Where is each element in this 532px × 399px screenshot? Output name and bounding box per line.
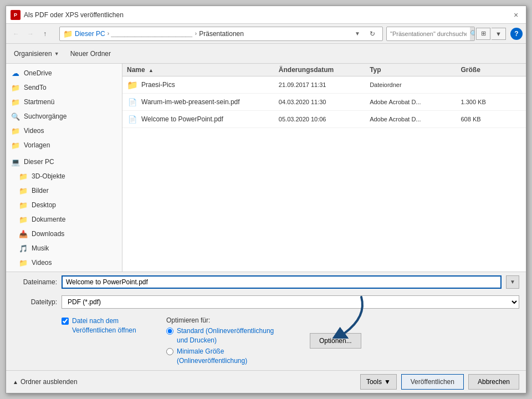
action-bar: Organisieren ▼ Neuer Ordner: [6, 44, 526, 64]
checkbox-group: Datei nach dem Veröffentlichen öffnen: [62, 316, 144, 335]
main-content: ☁ OneDrive 📁 SendTo 📁 Startmenü 🔍 Suchvo…: [6, 64, 526, 272]
help-button[interactable]: ?: [510, 28, 523, 40]
sidebar-item-videos1[interactable]: 📁 Videos: [6, 124, 122, 138]
organize-button[interactable]: Organisieren ▼: [11, 48, 63, 59]
cancel-button[interactable]: Abbrechen: [468, 374, 519, 390]
sidebar-item-bilder[interactable]: 📁 Bilder: [6, 183, 122, 198]
back-button[interactable]: ←: [9, 27, 23, 40]
sidebar-label-sendto: SendTo: [24, 84, 117, 91]
sidebar-label-dieser-pc: Dieser PC: [24, 158, 117, 166]
sidebar: ☁ OneDrive 📁 SendTo 📁 Startmenü 🔍 Suchvo…: [6, 64, 122, 272]
bilder-icon: 📁: [18, 186, 28, 196]
table-row[interactable]: 📄 Welcome to PowerPoint.pdf 05.03.2020 1…: [122, 111, 526, 128]
vorlagen-icon: 📁: [11, 140, 21, 150]
sidebar-item-startmenu[interactable]: 📁 Startmenü: [6, 95, 122, 109]
tools-label: Tools: [366, 378, 382, 386]
searches-icon: 🔍: [11, 111, 21, 121]
close-button[interactable]: ×: [510, 9, 521, 21]
new-folder-button[interactable]: Neuer Ordner: [67, 48, 114, 59]
sidebar-item-3d[interactable]: 📁 3D-Objekte: [6, 169, 122, 183]
breadcrumb-dieser-pc[interactable]: Dieser PC: [75, 30, 105, 38]
col-header-date[interactable]: Änderungsdatum: [279, 66, 370, 74]
sidebar-item-musik[interactable]: 🎵 Musik: [6, 241, 122, 255]
table-row[interactable]: 📄 Warum-im-web-preasent-sein.pdf 04.03.2…: [122, 94, 526, 111]
filename-dropdown-btn[interactable]: ▼: [506, 275, 519, 289]
sidebar-item-dokumente[interactable]: 📁 Dokumente: [6, 212, 122, 227]
onedrive-icon: ☁: [11, 68, 21, 78]
filename-input[interactable]: [62, 275, 502, 289]
startmenu-icon: 📁: [11, 97, 21, 107]
sidebar-item-videos2[interactable]: 📁 Videos: [6, 255, 122, 270]
musik-icon: 🎵: [18, 243, 28, 253]
radio-minimal-label: Minimale Größe (Onlineveröffentlichung): [177, 347, 277, 366]
breadcrumb-subfolder[interactable]: ________________________: [111, 30, 193, 37]
view-button[interactable]: ⊞: [476, 28, 490, 40]
file-date-col: 04.03.2020 11:30: [279, 99, 370, 105]
sidebar-label-dokumente: Dokumente: [32, 216, 117, 223]
organize-dropdown-icon: ▼: [54, 51, 59, 57]
col-header-size[interactable]: Größe: [461, 66, 521, 74]
sidebar-label-videos2: Videos: [32, 259, 117, 267]
breadcrumb-dropdown-btn[interactable]: ▼: [352, 27, 362, 40]
view-dropdown-btn[interactable]: ▼: [492, 28, 506, 40]
sendto-icon: 📁: [11, 83, 21, 93]
col-header-name[interactable]: Name ▲: [127, 66, 279, 74]
file-list-header: Name ▲ Änderungsdatum Typ Größe: [122, 64, 526, 76]
forward-button[interactable]: →: [24, 27, 37, 40]
sidebar-label-startmenu: Startmenü: [24, 98, 117, 106]
videos2-icon: 📁: [18, 258, 28, 268]
optionen-button[interactable]: Optionen...: [310, 333, 361, 349]
sidebar-label-downloads: Downloads: [32, 230, 117, 238]
filename-label: Dateiname:: [13, 278, 57, 286]
publish-button[interactable]: Veröffentlichen: [401, 374, 464, 390]
sidebar-item-searches[interactable]: 🔍 Suchvorgänge: [6, 109, 122, 124]
search-button[interactable]: 🔍: [470, 27, 475, 41]
sidebar-item-dieser-pc[interactable]: 💻 Dieser PC: [6, 155, 122, 169]
sidebar-label-vorlagen: Vorlagen: [24, 141, 117, 149]
file-size-col: 1.300 KB: [461, 99, 521, 105]
filename-row: Dateiname: ▼: [6, 272, 526, 292]
desktop-icon: 📁: [18, 200, 28, 210]
view-toggle: ⊞ ▼: [476, 28, 506, 40]
file-size-col: 608 KB: [461, 116, 521, 122]
refresh-button[interactable]: ↻: [366, 27, 379, 40]
downloads-icon: 📥: [18, 229, 28, 239]
breadcrumb-current: Präsentationen: [199, 30, 244, 38]
optionen-section: Optionen...: [310, 333, 361, 349]
file-name-col: 📁 Praesi-Pics: [127, 79, 279, 90]
file-name-col: 📄 Welcome to PowerPoint.pdf: [127, 114, 279, 125]
search-input[interactable]: [387, 30, 470, 37]
sidebar-item-desktop[interactable]: 📁 Desktop: [6, 198, 122, 212]
filetype-row: Dateityp: PDF (*.pdf): [6, 292, 526, 312]
dialog-title: Als PDF oder XPS veröffentlichen: [24, 11, 510, 19]
radio-standard[interactable]: [166, 328, 173, 335]
chevron-up-icon: ▲: [13, 379, 18, 385]
radio-minimal[interactable]: [166, 348, 173, 355]
sidebar-item-onedrive[interactable]: ☁ OneDrive: [6, 66, 122, 80]
col-header-type[interactable]: Typ: [370, 66, 461, 74]
sidebar-item-downloads[interactable]: 📥 Downloads: [6, 227, 122, 241]
sidebar-label-onedrive: OneDrive: [24, 69, 117, 77]
folder-toggle-btn[interactable]: ▲ Ordner ausblenden: [13, 378, 78, 386]
sidebar-label-searches: Suchvorgänge: [24, 112, 117, 120]
tools-dropdown-icon: ▼: [384, 378, 391, 386]
new-folder-label: Neuer Ordner: [70, 50, 111, 58]
table-row[interactable]: 📁 Praesi-Pics 21.09.2017 11:31 Dateiordn…: [122, 76, 526, 94]
open-after-publish-checkbox[interactable]: [62, 318, 69, 325]
file-type-col: Adobe Acrobat D...: [370, 99, 461, 105]
sidebar-item-vorlagen[interactable]: 📁 Vorlagen: [6, 138, 122, 152]
organize-label: Organisieren: [14, 50, 52, 58]
pdf-icon: 📄: [127, 96, 138, 108]
file-type-col: Adobe Acrobat D...: [370, 116, 461, 122]
filetype-select[interactable]: PDF (*.pdf): [62, 295, 519, 309]
sort-arrow: ▲: [149, 68, 154, 73]
tools-button[interactable]: Tools ▼: [360, 374, 397, 390]
dialog: P Als PDF oder XPS veröffentlichen × ← →…: [6, 6, 526, 393]
app-icon: P: [11, 10, 21, 20]
sidebar-item-sendto[interactable]: 📁 SendTo: [6, 80, 122, 95]
folder-icon: 📁: [127, 79, 138, 90]
right-buttons: Tools ▼ Veröffentlichen Abbrechen: [360, 374, 519, 390]
up-button[interactable]: ↑: [38, 27, 52, 40]
videos1-icon: 📁: [11, 126, 21, 136]
dieser-pc-icon: 💻: [11, 157, 21, 167]
